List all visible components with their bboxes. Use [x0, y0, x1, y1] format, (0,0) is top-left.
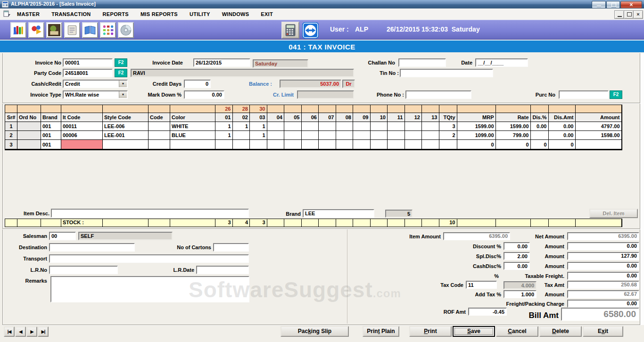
cd-icon[interactable]	[118, 22, 134, 38]
notepad-icon[interactable]	[64, 22, 80, 38]
tin-no-input[interactable]	[400, 69, 493, 77]
grid-cell-r3-c8[interactable]	[233, 140, 250, 149]
grid-cell-r1-c25[interactable]: 4797.00	[576, 122, 622, 131]
grid-cell-r1-c9[interactable]: 1	[250, 122, 267, 131]
grid-cell-r1-c19[interactable]	[422, 122, 439, 131]
grid-cell-r3-c24[interactable]: 0	[549, 140, 576, 149]
grid-cell-r1-c2[interactable]: 001	[41, 122, 61, 131]
transport-input[interactable]	[49, 254, 249, 263]
invoice-type-select[interactable]: WH.Rate wise ▼	[63, 90, 128, 99]
grid-cell-r3-c12[interactable]	[302, 140, 319, 149]
menu-transaction[interactable]: TRANSACTION	[51, 11, 91, 17]
credit-days-input[interactable]	[184, 80, 211, 88]
print-button[interactable]: Print	[409, 326, 452, 337]
grid-cell-r3-c2[interactable]: 001	[41, 140, 61, 149]
grid-cell-r2-c13[interactable]	[319, 131, 336, 140]
grid-cell-r2-c6[interactable]: BLUE	[170, 131, 215, 140]
grid-cell-r2-c8[interactable]	[233, 131, 250, 140]
grid-cell-r1-c23[interactable]: 0.00	[531, 122, 549, 131]
party-code-f2-button[interactable]: F2	[115, 69, 127, 77]
del-item-button[interactable]: Del. Item	[589, 209, 638, 218]
mark-down-input[interactable]	[184, 90, 224, 99]
nav-previous-button[interactable]: ◀	[15, 326, 26, 337]
nav-next-button[interactable]: ▶	[26, 326, 37, 337]
grid-cell-r2-c1[interactable]	[17, 131, 41, 140]
menu-windows[interactable]: WINDOWS	[222, 11, 249, 17]
grid-cell-r1-c12[interactable]	[302, 122, 319, 131]
grid-cell-r3-c16[interactable]	[371, 140, 388, 149]
grid-cell-r3-c18[interactable]	[405, 140, 422, 149]
grid-cell-r2-c0[interactable]: 2	[5, 131, 17, 140]
mdi-close-icon[interactable]: ×	[633, 10, 643, 19]
invoice-date-input[interactable]	[193, 58, 250, 67]
grid-cell-r3-c13[interactable]	[319, 140, 336, 149]
cash-disc-input[interactable]	[504, 262, 530, 270]
calculator-icon[interactable]	[281, 22, 299, 39]
grid-cell-r3-c9[interactable]	[250, 140, 267, 149]
tax-code-input[interactable]	[466, 281, 497, 289]
cash-credit-select[interactable]: Credit ▼	[63, 80, 128, 88]
grid-cell-r1-c7[interactable]: 1	[215, 122, 233, 131]
print-plain-button[interactable]: Print Plain	[363, 326, 399, 337]
grid-cell-r1-c11[interactable]	[284, 122, 302, 131]
grid-cell-r2-c14[interactable]	[336, 131, 354, 140]
grid-cell-r2-c7[interactable]: 1	[215, 131, 233, 140]
grid-cell-r3-c14[interactable]	[336, 140, 354, 149]
grid-cell-r1-c20[interactable]: 3	[439, 122, 457, 131]
grid-cell-r2-c10[interactable]	[267, 131, 285, 140]
window-close-icon[interactable]: ×	[620, 1, 642, 8]
packing-slip-button[interactable]: Packing Slip	[281, 326, 349, 337]
grid-cell-r2-c2[interactable]: 001	[41, 131, 61, 140]
grid-cell-r2-c9[interactable]: 1	[250, 131, 267, 140]
grid-cell-r1-c15[interactable]	[353, 122, 371, 131]
phone-no-input[interactable]	[405, 90, 471, 99]
grid-cell-r1-c24[interactable]: 0.00	[549, 122, 576, 131]
discount-pct-input[interactable]	[504, 242, 530, 250]
grid-cell-r3-c23[interactable]: 0	[531, 140, 549, 149]
destination-input[interactable]	[49, 243, 135, 252]
grid-cell-r1-c1[interactable]	[17, 122, 41, 131]
window-minimize-icon[interactable]	[592, 1, 606, 8]
grid-cell-r2-c11[interactable]	[284, 131, 302, 140]
cartons-input[interactable]	[213, 243, 249, 252]
grid-cell-r3-c21[interactable]: 0	[457, 140, 496, 149]
menu-exit[interactable]: EXIT	[261, 11, 273, 17]
teamviewer-icon[interactable]	[302, 22, 319, 39]
grid-cell-r3-c17[interactable]	[388, 140, 405, 149]
grid-cell-r3-c6[interactable]	[170, 140, 215, 149]
book-icon[interactable]	[82, 22, 98, 38]
grid-cell-r2-c25[interactable]: 1598.00	[576, 131, 622, 140]
save-button[interactable]: Save	[453, 326, 495, 337]
grid-cell-r1-c0[interactable]: 1	[5, 122, 17, 131]
grid-cell-r2-c24[interactable]: 0.00	[549, 131, 576, 140]
grid-cell-r1-c5[interactable]	[149, 122, 170, 131]
invoice-no-f2-button[interactable]: F2	[115, 58, 127, 67]
menu-utility[interactable]: UTILITY	[190, 11, 210, 17]
mdi-restore-icon[interactable]	[624, 10, 634, 19]
grid-cell-r1-c21[interactable]: 1599.00	[457, 122, 496, 131]
crayons-icon[interactable]	[10, 22, 26, 38]
menu-master[interactable]: MASTER	[17, 11, 40, 17]
menu-mis-reports[interactable]: MIS REPORTS	[140, 11, 178, 17]
photo-icon[interactable]	[46, 22, 62, 38]
menu-reports[interactable]: REPORTS	[103, 11, 129, 17]
salesman-code-input[interactable]	[49, 232, 76, 240]
grid-cell-r3-c0[interactable]: 3	[5, 140, 17, 149]
grid-cell-r2-c16[interactable]	[371, 131, 388, 140]
symbols-icon[interactable]	[100, 22, 116, 38]
purc-no-f2-button[interactable]: F2	[610, 90, 622, 99]
grid-cell-r2-c18[interactable]	[405, 131, 422, 140]
grid-cell-r3-c20[interactable]	[439, 140, 457, 149]
grid-cell-r3-c25[interactable]	[576, 140, 622, 149]
chevron-down-icon[interactable]: ▼	[119, 81, 127, 87]
lr-no-input[interactable]	[49, 266, 118, 274]
grid-cell-r3-c15[interactable]	[353, 140, 371, 149]
nav-first-button[interactable]: |◀	[4, 326, 15, 337]
grid-cell-r2-c4[interactable]: LEE-001	[103, 131, 149, 140]
grid-cell-r2-c12[interactable]	[302, 131, 319, 140]
grid-cell-r3-c7[interactable]	[215, 140, 233, 149]
party-code-input[interactable]	[63, 69, 113, 77]
grid-cell-r1-c10[interactable]	[267, 122, 285, 131]
grid-cell-r1-c14[interactable]	[336, 122, 354, 131]
grid-cell-r3-c10[interactable]	[267, 140, 285, 149]
